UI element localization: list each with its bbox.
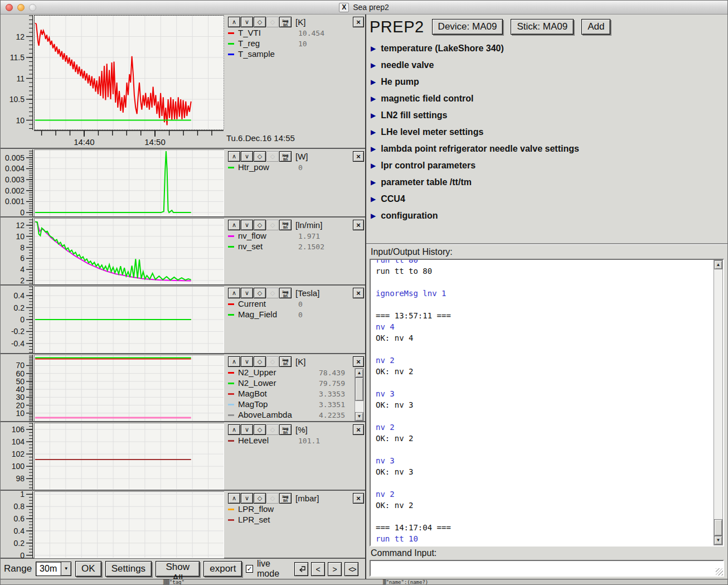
scale-down-icon[interactable]: ∨	[241, 17, 253, 27]
ok-button[interactable]: OK	[75, 561, 101, 577]
expand-arrow-icon[interactable]: ▶	[371, 162, 376, 169]
chart-close-icon[interactable]: ×	[353, 220, 364, 230]
autoscale-icon[interactable]: ◇	[254, 493, 266, 504]
plot-area[interactable]	[34, 423, 224, 490]
scale-up-icon[interactable]: ∧	[228, 220, 240, 230]
legend-entry[interactable]: nv_set2.1502	[228, 241, 364, 252]
jump-back-button[interactable]	[294, 562, 308, 576]
scale-up-icon[interactable]: ∧	[228, 17, 240, 27]
autoscale-icon[interactable]: ◇	[254, 356, 266, 367]
scale-up-icon[interactable]: ∧	[228, 151, 240, 162]
scale-down-icon[interactable]: ∨	[241, 288, 253, 298]
autoscale-icon[interactable]: ◇	[254, 17, 266, 27]
expand-arrow-icon[interactable]: ▶	[371, 129, 376, 136]
log-lin-toggle-icon[interactable]: loglin	[279, 220, 292, 230]
section-row-0[interactable]: ▶temperature (LakeShore 340)	[366, 40, 727, 57]
section-row-7[interactable]: ▶lpr control parameters	[366, 157, 727, 174]
stick-button[interactable]: Stick: MA09	[511, 19, 574, 35]
legend-entry[interactable]: HeLevel101.1	[228, 436, 364, 446]
plot-area[interactable]	[34, 286, 224, 353]
legend-entry[interactable]: nv_flow1.971	[228, 231, 364, 241]
legend-entry[interactable]: T_VTI10.454	[228, 28, 364, 38]
log-lin-toggle-icon[interactable]: loglin	[279, 493, 292, 504]
section-row-6[interactable]: ▶lambda point refrigerator needle valve …	[366, 141, 727, 157]
chart-close-icon[interactable]: ×	[353, 424, 364, 435]
section-row-10[interactable]: ▶configuration	[366, 207, 727, 224]
io-history-scrollbar[interactable]: ▲ ▼	[714, 260, 723, 545]
plot-area[interactable]	[34, 491, 224, 558]
title-bar[interactable]: X Sea prep2	[1, 1, 727, 14]
chart-close-icon[interactable]: ×	[353, 356, 364, 367]
section-row-1[interactable]: ▶needle valve	[366, 57, 727, 74]
resize-grip-icon[interactable]	[716, 568, 723, 576]
legend-entry[interactable]: MagBot3.3353	[228, 389, 355, 399]
expand-arrow-icon[interactable]: ▶	[371, 95, 376, 102]
expand-arrow-icon[interactable]: ▶	[371, 62, 376, 69]
fit-range-button[interactable]: <>	[344, 562, 358, 576]
chart-close-icon[interactable]: ×	[353, 17, 364, 27]
legend-entry[interactable]: LPR_flow	[228, 504, 364, 515]
section-row-4[interactable]: ▶LN2 fill settings	[366, 107, 727, 124]
chart-close-icon[interactable]: ×	[353, 288, 364, 298]
section-row-3[interactable]: ▶magnetic field control	[366, 90, 727, 107]
show-all-button[interactable]: Show All	[156, 561, 200, 577]
scrollbar-thumb[interactable]	[714, 519, 722, 536]
legend-entry[interactable]: Current0	[228, 299, 364, 310]
plot-area[interactable]	[34, 355, 224, 422]
device-button[interactable]: Device: MA09	[432, 19, 503, 35]
live-mode-checkbox[interactable]: ✓	[246, 565, 253, 573]
scale-up-icon[interactable]: ∧	[228, 356, 240, 367]
range-combobox[interactable]: 30m ▼	[36, 562, 71, 576]
page-right-button[interactable]: >	[328, 562, 342, 576]
scroll-down-icon[interactable]: ▼	[355, 412, 363, 421]
scale-up-icon[interactable]: ∧	[228, 424, 240, 435]
expand-arrow-icon[interactable]: ▶	[371, 45, 376, 52]
io-history-box[interactable]: run tt 80run tt to 80 ignoreMsg lnv 1 ==…	[370, 259, 724, 547]
plot-area[interactable]	[34, 15, 224, 130]
legend-entry[interactable]: LPR_set	[228, 515, 364, 525]
legend-entry[interactable]: N2_Lower79.759	[228, 378, 355, 389]
legend-entry[interactable]: N2_Upper78.439	[228, 368, 355, 378]
legend-entry[interactable]: T_sample	[228, 49, 364, 60]
log-lin-toggle-icon[interactable]: loglin	[279, 288, 292, 298]
scroll-up-icon[interactable]: ▲	[714, 260, 722, 269]
log-lin-toggle-icon[interactable]: loglin	[279, 17, 292, 27]
legend-entry[interactable]: T_reg10	[228, 38, 364, 49]
add-button[interactable]: Add	[581, 19, 610, 35]
settings-button[interactable]: Settings	[105, 561, 152, 577]
legend-entry[interactable]: AboveLambda4.2235	[228, 410, 355, 420]
scale-down-icon[interactable]: ∨	[241, 356, 253, 367]
section-row-9[interactable]: ▶CCU4	[366, 191, 727, 207]
scale-down-icon[interactable]: ∨	[241, 493, 253, 504]
expand-arrow-icon[interactable]: ▶	[371, 112, 376, 119]
export-button[interactable]: export	[203, 561, 242, 577]
combo-dropdown-arrow-icon[interactable]: ▼	[61, 562, 71, 576]
section-row-5[interactable]: ▶LHe level meter settings	[366, 124, 727, 141]
log-lin-toggle-icon[interactable]: loglin	[279, 424, 292, 435]
command-input[interactable]	[370, 560, 724, 577]
section-row-2[interactable]: ▶He pump	[366, 74, 727, 90]
scale-down-icon[interactable]: ∨	[241, 424, 253, 435]
chart-close-icon[interactable]: ×	[353, 151, 364, 162]
expand-arrow-icon[interactable]: ▶	[371, 146, 376, 152]
plot-area[interactable]	[34, 149, 224, 216]
autoscale-icon[interactable]: ◇	[254, 288, 266, 298]
autoscale-icon[interactable]: ◇	[254, 151, 266, 162]
legend-entry[interactable]: Htr_pow0	[228, 162, 364, 173]
expand-arrow-icon[interactable]: ▶	[371, 179, 376, 186]
legend-entry[interactable]: Mag_Field0	[228, 310, 364, 320]
autoscale-icon[interactable]: ◇	[254, 424, 266, 435]
expand-arrow-icon[interactable]: ▶	[371, 196, 376, 202]
log-lin-toggle-icon[interactable]: loglin	[279, 356, 292, 367]
scale-up-icon[interactable]: ∧	[228, 288, 240, 298]
scroll-down-icon[interactable]: ▼	[714, 536, 722, 545]
expand-arrow-icon[interactable]: ▶	[371, 79, 376, 85]
autoscale-icon[interactable]: ◇	[254, 220, 266, 230]
section-row-8[interactable]: ▶parameter table /tt/tm	[366, 174, 727, 191]
scrollbar-thumb[interactable]	[355, 378, 363, 401]
scroll-up-icon[interactable]: ▲	[355, 369, 363, 378]
scale-up-icon[interactable]: ∧	[228, 493, 240, 504]
legend-entry[interactable]: MagTop3.3351	[228, 399, 355, 410]
log-lin-toggle-icon[interactable]: loglin	[279, 151, 292, 162]
expand-arrow-icon[interactable]: ▶	[371, 212, 376, 219]
